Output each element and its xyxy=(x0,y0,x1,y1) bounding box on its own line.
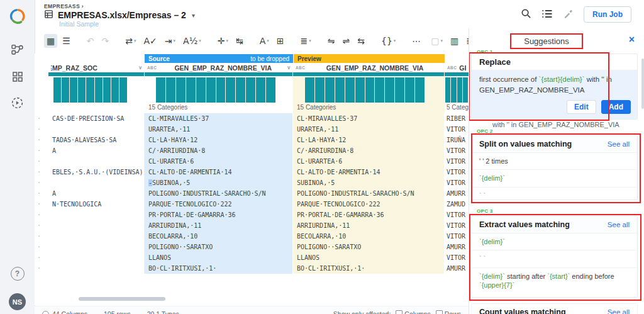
chevron-down-icon[interactable]: ▾ xyxy=(192,12,195,19)
grid-cell[interactable]: POLIGONO·INDUSTRIAL·SARACHO·S/N xyxy=(145,188,293,199)
grid-cell[interactable] xyxy=(48,242,145,252)
edit-button[interactable]: Edit xyxy=(567,100,596,114)
column-header-emp-raz-soc[interactable]: EMP_RAZ_SOC ∨ xyxy=(48,63,145,72)
histogram-bar[interactable] xyxy=(405,77,414,103)
histogram-bar[interactable] xyxy=(216,77,226,103)
histogram-bar[interactable] xyxy=(451,77,456,103)
grid-cell[interactable]: AMURR xyxy=(445,242,469,252)
grid-cell[interactable]: VITOR xyxy=(445,156,469,167)
histogram-bar[interactable] xyxy=(395,77,404,103)
suggestion-card-replace[interactable]: Replace first occurrence of `{start}{del… xyxy=(471,53,638,120)
string-type-icon[interactable]: ABC xyxy=(296,65,305,70)
row-marker[interactable]: · xyxy=(35,210,48,220)
grid-cell[interactable] xyxy=(48,263,145,274)
row-marker[interactable]: · xyxy=(35,135,48,145)
group-by-button[interactable]: ≣▾ xyxy=(298,34,314,48)
histogram-bar[interactable] xyxy=(186,77,196,103)
data-quality-bar[interactable] xyxy=(293,72,444,76)
more-button[interactable]: ⋯ xyxy=(409,34,423,48)
grid-cell[interactable]: SUBINOA,·5 xyxy=(293,177,445,188)
grid-cell[interactable]: VITOR xyxy=(445,220,469,231)
histogram-bar[interactable] xyxy=(111,77,119,103)
row-marker[interactable]: · xyxy=(35,263,48,274)
insert-column-button[interactable]: ✛▾ xyxy=(215,34,231,48)
data-quality-bar[interactable] xyxy=(445,72,469,76)
grid-cell[interactable]: VITOR xyxy=(445,124,469,135)
histogram-bar[interactable] xyxy=(53,77,61,103)
app-logo[interactable] xyxy=(0,8,35,25)
grid-cell[interactable]: TADAS·ALAVESAS·SA xyxy=(48,135,145,145)
grid-cell[interactable]: VITOR xyxy=(445,177,469,188)
grid-cell[interactable] xyxy=(48,252,145,263)
row-marker[interactable]: · xyxy=(35,113,48,124)
flow-icon[interactable] xyxy=(0,43,35,56)
split-column-button[interactable]: ⇥▾ xyxy=(162,34,178,48)
histogram-bar[interactable] xyxy=(385,77,394,103)
column-header-source[interactable]: ABC GEN_EMP_RAZ_NOMBRE_VIA ∨ xyxy=(145,63,293,72)
histogram-bar[interactable] xyxy=(176,77,186,103)
suggestion-row[interactable]: `{delim}` xyxy=(472,170,637,187)
string-type-icon[interactable]: ABC xyxy=(147,65,157,70)
column-header-preview[interactable]: ABC GEN_EMP_RAZ_NOMBRE_VIA xyxy=(293,63,445,72)
grid-cell[interactable]: BECOLARRA,·10 xyxy=(293,231,445,242)
affected-columns-checkbox[interactable]: Columns xyxy=(396,310,430,314)
suggestion-card-count[interactable]: Count values matching See all xyxy=(471,303,638,314)
redo-button[interactable]: ↷ xyxy=(99,34,112,48)
grid-cell[interactable]: BECOLARRA,·10 xyxy=(145,231,293,242)
format-button[interactable]: A▾ xyxy=(257,34,272,48)
grid-cell[interactable]: ZAMUD xyxy=(445,199,469,210)
grid-cell[interactable] xyxy=(48,220,145,231)
row-marker[interactable]: · xyxy=(35,156,48,167)
histogram-bar[interactable] xyxy=(86,77,94,103)
grid-cell[interactable]: N·TECNOLOGICA xyxy=(48,199,145,210)
grid-cell[interactable]: LLANOS xyxy=(293,252,445,263)
list-view-button[interactable]: ☰ xyxy=(60,34,73,48)
histogram-bar[interactable] xyxy=(62,77,69,103)
suggestion-row[interactable]: `{delim}` xyxy=(472,233,637,250)
grid-cell[interactable]: AMURR xyxy=(445,263,469,274)
histogram-bar[interactable] xyxy=(305,77,314,103)
grid-cell[interactable]: A xyxy=(48,188,145,199)
histogram-bar[interactable] xyxy=(156,77,165,103)
pivot-button[interactable]: ⊞ xyxy=(274,34,287,48)
histogram-bar[interactable] xyxy=(119,77,127,103)
grid-cell[interactable] xyxy=(48,177,145,188)
histogram-bar[interactable] xyxy=(256,77,265,103)
avatar[interactable]: NS xyxy=(0,293,35,310)
histogram-bar[interactable] xyxy=(95,77,103,103)
histogram-bar[interactable] xyxy=(315,77,325,103)
grid-cell[interactable]: VITOR xyxy=(445,145,469,156)
grid-cell[interactable]: CL·ALTO·DE·ARMENTIA·14 xyxy=(145,167,293,177)
row-marker[interactable]: · xyxy=(35,242,48,252)
row-marker[interactable]: · xyxy=(35,177,48,188)
grid-cell[interactable]: VITOR xyxy=(445,210,469,220)
histogram-bar[interactable] xyxy=(445,77,450,103)
grid-cell[interactable] xyxy=(48,156,145,167)
string-type-icon[interactable]: ABC xyxy=(447,65,457,70)
replace-button[interactable]: ⇄▾ xyxy=(123,34,138,48)
histogram-bar[interactable] xyxy=(236,77,245,103)
histogram-bar[interactable] xyxy=(463,77,468,103)
search-icon[interactable] xyxy=(521,8,531,21)
grid-cell[interactable]: URARTEA,·11 xyxy=(145,124,293,135)
row-marker[interactable]: · xyxy=(35,252,48,263)
standardize-button[interactable]: A✓ xyxy=(142,34,160,48)
add-button[interactable]: Add xyxy=(601,100,631,114)
histogram-bar[interactable] xyxy=(226,77,235,103)
row-marker[interactable]: · xyxy=(35,145,48,156)
close-icon[interactable]: × xyxy=(629,35,635,45)
grid-cell[interactable] xyxy=(48,124,145,135)
grid-cell[interactable]: CL·LA·HAYA·12 xyxy=(293,135,445,145)
expand-button[interactable]: ↹ xyxy=(233,34,246,48)
grid-cell[interactable]: CL·ALTO·DE·ARMENTIA·14 xyxy=(293,167,445,177)
eyedropper-icon[interactable] xyxy=(563,8,574,21)
unpivot-button[interactable]: ⇋ xyxy=(325,34,338,48)
data-quality-bar[interactable] xyxy=(48,72,144,76)
grid-cell[interactable]: CAS·DE·PRECISION·SA xyxy=(48,113,145,124)
count-values-button[interactable]: A½▾ xyxy=(180,34,204,48)
column-header-clipped[interactable]: ABC GEN_ xyxy=(445,63,469,72)
undo-button[interactable]: ↶ xyxy=(84,34,97,48)
grid-cell[interactable]: CL·URARTEA·6 xyxy=(293,156,445,167)
suggestion-row[interactable]: ` ` xyxy=(472,250,637,267)
grid-cell[interactable]: CL·URARTEA·6 xyxy=(145,156,293,167)
